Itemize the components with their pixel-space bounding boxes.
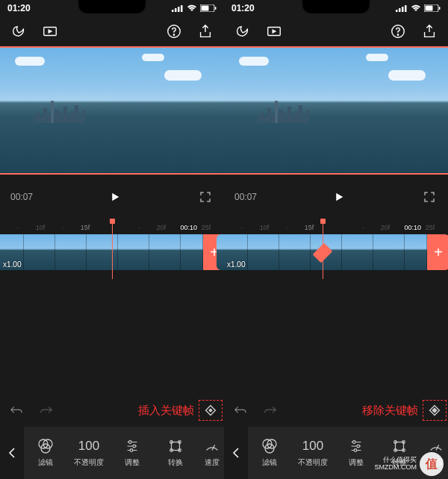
clip-track[interactable]: + <box>217 234 448 270</box>
tool-transform[interactable]: 转换 <box>154 438 197 468</box>
keyframe-button[interactable] <box>199 400 223 421</box>
svg-rect-22 <box>399 8 401 12</box>
svg-rect-6 <box>215 7 217 10</box>
wifi-icon <box>187 4 197 12</box>
annotation-text: 移除关键帧 <box>362 404 418 418</box>
undo-button[interactable] <box>9 404 24 416</box>
video-preview[interactable] <box>224 48 448 173</box>
tool-opacity[interactable]: 100不透明度 <box>67 438 111 468</box>
top-toolbar <box>0 16 224 46</box>
svg-rect-2 <box>178 7 180 12</box>
signal-icon <box>396 4 408 12</box>
annotation-text: 插入关键帧 <box>138 404 194 418</box>
svg-rect-5 <box>202 6 209 11</box>
svg-point-15 <box>130 449 133 452</box>
playhead[interactable] <box>112 219 113 279</box>
svg-point-9 <box>173 34 174 35</box>
tool-adjust[interactable]: 调整 <box>335 438 378 468</box>
notch <box>78 0 146 13</box>
preview-area <box>0 46 224 175</box>
notch <box>302 0 370 13</box>
svg-point-30 <box>397 34 398 35</box>
svg-point-14 <box>133 445 136 448</box>
right-panel: 01:20 00:07 <box>224 0 448 479</box>
timeline[interactable]: · 10f · 15f · · 20f · 25f + x1.00 00:10 <box>224 219 448 279</box>
tool-filters[interactable]: 滤镜 <box>248 438 291 468</box>
svg-point-35 <box>357 445 360 448</box>
tool-speed[interactable]: 速度 <box>197 438 224 468</box>
preview-area <box>224 46 448 175</box>
status-time: 01:20 <box>7 3 31 13</box>
tool-opacity[interactable]: 100不透明度 <box>291 438 335 468</box>
undo-button[interactable] <box>233 404 248 416</box>
play-button[interactable] <box>104 186 126 208</box>
clip-duration-label: 00:10 <box>404 224 421 231</box>
add-clip-button[interactable]: + <box>427 234 448 270</box>
back-button[interactable] <box>0 427 24 479</box>
wifi-icon <box>411 4 421 12</box>
watermark-badge: 值 <box>420 452 444 476</box>
action-row: 移除关键帧 <box>224 394 448 427</box>
battery-icon <box>200 4 217 12</box>
export-icon[interactable] <box>421 23 438 40</box>
clip-speed-label: x1.00 <box>3 260 21 269</box>
timeline[interactable]: · 10f · 15f · · 20f · 25f + x1.00 00:10 <box>0 219 224 279</box>
svg-rect-21 <box>396 10 398 12</box>
status-indicators <box>396 4 441 12</box>
fullscreen-icon[interactable] <box>197 189 214 205</box>
current-time: 00:07 <box>234 192 257 202</box>
svg-rect-0 <box>172 10 174 12</box>
aspect-icon[interactable] <box>42 23 58 40</box>
home-icon[interactable] <box>10 23 27 40</box>
watermark: 什么值得买 SMZDM.COM 值 <box>375 452 444 476</box>
status-indicators <box>172 4 217 12</box>
battery-icon <box>424 4 441 12</box>
svg-point-13 <box>128 441 131 444</box>
tool-row: 滤镜 100不透明度 调整 转换 速度 <box>0 427 224 479</box>
svg-rect-23 <box>402 7 404 12</box>
fullscreen-icon[interactable] <box>421 189 438 205</box>
svg-rect-26 <box>426 6 433 11</box>
playback-controls: 00:07 <box>224 175 448 219</box>
clip-speed-label: x1.00 <box>227 260 245 269</box>
home-icon[interactable] <box>234 23 251 40</box>
tool-filters[interactable]: 滤镜 <box>24 438 67 468</box>
export-icon[interactable] <box>197 23 214 40</box>
keyframe-button[interactable] <box>423 400 447 421</box>
svg-point-34 <box>352 441 355 444</box>
redo-button[interactable] <box>39 404 54 416</box>
tool-adjust[interactable]: 调整 <box>111 438 154 468</box>
back-button[interactable] <box>224 427 248 479</box>
status-time: 01:20 <box>231 3 255 13</box>
svg-rect-3 <box>181 5 183 12</box>
aspect-icon[interactable] <box>266 23 282 40</box>
svg-rect-27 <box>439 7 441 10</box>
help-icon[interactable] <box>390 23 406 40</box>
playback-controls: 00:07 <box>0 175 224 219</box>
video-preview[interactable] <box>0 48 224 173</box>
action-row: 插入关键帧 <box>0 394 224 427</box>
top-toolbar <box>224 16 448 46</box>
signal-icon <box>172 4 184 12</box>
svg-point-36 <box>354 449 357 452</box>
redo-button[interactable] <box>263 404 278 416</box>
clip-duration-label: 00:10 <box>180 224 197 231</box>
left-panel: 01:20 00:07 <box>0 0 224 479</box>
svg-rect-24 <box>405 5 407 12</box>
clip-track[interactable]: + <box>0 234 231 270</box>
svg-rect-1 <box>175 8 177 12</box>
current-time: 00:07 <box>10 192 33 202</box>
play-button[interactable] <box>328 186 350 208</box>
help-icon[interactable] <box>166 23 182 40</box>
